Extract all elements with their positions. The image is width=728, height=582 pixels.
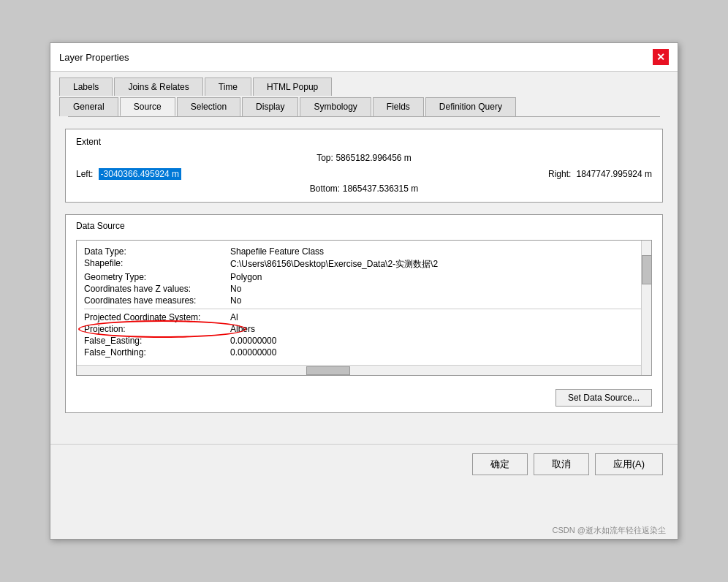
- vertical-scrollbar[interactable]: [641, 241, 651, 375]
- data-row-8: False_Northing: 0.00000000: [84, 347, 644, 358]
- tab-row-2: General Source Selection Display Symbolo…: [59, 97, 669, 116]
- data-key-5: Projected Coordinate System:: [84, 312, 230, 322]
- data-row-7: False_Easting: 0.00000000: [84, 336, 644, 346]
- extent-top-row: Top: 5865182.996456 m: [76, 153, 652, 164]
- tab-symbology[interactable]: Symbology: [300, 97, 371, 116]
- left-value: -3040366.495924 m: [99, 168, 181, 180]
- data-row-3: Coordinates have Z values: No: [84, 284, 644, 294]
- data-key-8: False_Northing:: [84, 347, 230, 358]
- data-val-projection: Albers: [230, 324, 644, 334]
- tab-labels[interactable]: Labels: [59, 78, 113, 96]
- data-val-1: C:\Users\86156\Desktop\Exercise_Data\2-实…: [230, 258, 644, 271]
- tab-display[interactable]: Display: [242, 97, 298, 116]
- data-row-projection: Projection: Albers: [84, 324, 644, 334]
- extent-section: Extent Top: 5865182.996456 m Left: -3040…: [65, 129, 663, 203]
- tab-container: Labels Joins & Relates Time HTML Popup G…: [50, 72, 678, 117]
- tab-time[interactable]: Time: [205, 78, 251, 96]
- data-source-label-wrapper: Data Source: [66, 215, 662, 240]
- footer-bar: 确定 取消 应用(A): [50, 444, 678, 484]
- data-row-0: Data Type: Shapefile Feature Class: [84, 246, 644, 257]
- content-area: Extent Top: 5865182.996456 m Left: -3040…: [50, 117, 678, 436]
- apply-button[interactable]: 应用(A): [595, 453, 663, 475]
- tab-general[interactable]: General: [59, 97, 118, 116]
- extent-middle-row: Left: -3040366.495924 m Right: 1847747.9…: [76, 168, 652, 179]
- tab-row-1: Labels Joins & Relates Time HTML Popup: [59, 78, 669, 96]
- left-group: Left: -3040366.495924 m: [76, 168, 181, 179]
- cancel-button[interactable]: 取消: [534, 453, 589, 475]
- bottom-label: Bottom:: [310, 184, 340, 194]
- confirm-button[interactable]: 确定: [472, 453, 528, 475]
- data-val-8: 0.00000000: [230, 347, 644, 358]
- data-source-inner[interactable]: Data Type: Shapefile Feature Class Shape…: [77, 241, 651, 365]
- v-scrollbar-thumb[interactable]: [642, 255, 652, 284]
- right-group: Right: 1847747.995924 m: [548, 168, 652, 179]
- top-label: Top:: [316, 153, 333, 164]
- data-row-5: Projected Coordinate System: Al: [84, 312, 644, 322]
- set-datasource-row: Set Data Source...: [66, 383, 662, 412]
- data-val-3: No: [230, 284, 644, 294]
- data-val-2: Polygon: [230, 272, 644, 282]
- data-key-4: Coordinates have measures:: [84, 295, 230, 306]
- close-button[interactable]: ✕: [653, 49, 669, 65]
- data-val-7: 0.00000000: [230, 336, 644, 346]
- dialog-title: Layer Properties: [59, 52, 129, 63]
- top-value: 5865182.996456 m: [335, 153, 411, 164]
- tab-selection[interactable]: Selection: [177, 97, 240, 116]
- data-row-2: Geometry Type: Polygon: [84, 272, 644, 282]
- data-source-label: Data Source: [76, 221, 652, 231]
- data-key-0: Data Type:: [84, 246, 230, 257]
- data-val-4: No: [230, 295, 644, 306]
- data-source-box: Data Type: Shapefile Feature Class Shape…: [76, 240, 652, 376]
- watermark: CSDN @逝水如流年轻往返染尘: [553, 525, 666, 536]
- horizontal-scrollbar[interactable]: [77, 365, 651, 375]
- data-key-3: Coordinates have Z values:: [84, 284, 230, 294]
- layer-properties-dialog: Layer Properties ✕ Labels Joins & Relate…: [50, 42, 678, 540]
- tab-source[interactable]: Source: [120, 97, 175, 116]
- separator: [84, 309, 644, 309]
- extent-bottom-row: Bottom: 1865437.536315 m: [76, 184, 652, 194]
- tab-definition-query[interactable]: Definition Query: [425, 97, 516, 116]
- data-val-5: Al: [230, 312, 644, 322]
- data-row-1: Shapefile: C:\Users\86156\Desktop\Exerci…: [84, 258, 644, 271]
- data-key-projection: Projection:: [84, 324, 230, 334]
- data-key-7: False_Easting:: [84, 336, 230, 346]
- right-label: Right:: [548, 169, 571, 179]
- data-source-section: Data Source Data Type: Shapefile Feature…: [65, 214, 663, 413]
- data-val-0: Shapefile Feature Class: [230, 246, 644, 257]
- tab-html-popup[interactable]: HTML Popup: [253, 78, 332, 96]
- tab-fields[interactable]: Fields: [373, 97, 424, 116]
- extent-label: Extent: [76, 137, 652, 147]
- data-row-4: Coordinates have measures: No: [84, 295, 644, 306]
- bottom-value: 1865437.536315 m: [343, 184, 418, 194]
- data-key-1: Shapefile:: [84, 258, 230, 271]
- right-value: 1847747.995924 m: [577, 169, 652, 179]
- left-label: Left:: [76, 169, 93, 179]
- data-key-2: Geometry Type:: [84, 272, 230, 282]
- set-datasource-button[interactable]: Set Data Source...: [556, 389, 652, 407]
- h-scrollbar-thumb[interactable]: [306, 366, 350, 375]
- tab-joins-relates[interactable]: Joins & Relates: [114, 78, 202, 96]
- title-bar: Layer Properties ✕: [50, 43, 678, 72]
